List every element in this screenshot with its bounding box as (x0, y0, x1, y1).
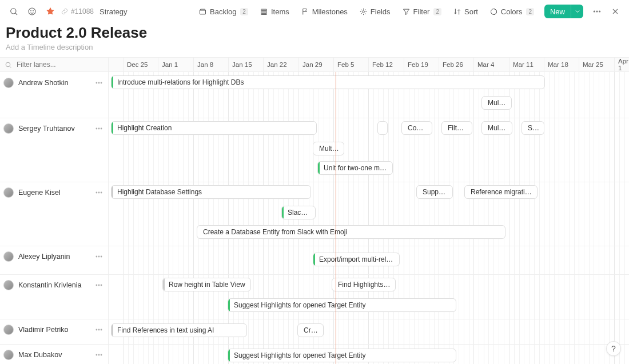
status-stripe (112, 186, 113, 198)
lane-filter[interactable] (0, 58, 109, 71)
backlog-count: 2 (240, 8, 248, 15)
date-label: Feb 19 (404, 58, 428, 71)
filter-button[interactable]: Filter 2 (397, 3, 446, 19)
backlog-button[interactable]: Backlog 2 (194, 3, 253, 19)
more-icon[interactable] (93, 186, 105, 199)
lane-header[interactable]: Alexey Liplyanin (0, 246, 109, 263)
bar-label: Multi-... (488, 99, 507, 107)
colors-button[interactable]: Colors 2 (485, 3, 539, 19)
top-toolbar: #11088 Strategy Backlog 2 Items Mileston… (0, 0, 629, 23)
timeline-header: Dec 25Jan 1Jan 8Jan 15Jan 22Jan 29Feb 5F… (0, 57, 629, 72)
date-label: Mar 11 (509, 58, 534, 71)
more-icon[interactable] (93, 77, 105, 89)
filter-count: 2 (433, 8, 441, 15)
status-stripe (163, 278, 165, 291)
bar-label: Row height in Table View (169, 281, 245, 289)
timeline-bar[interactable]: Slack in... (281, 206, 316, 219)
timeline-bar[interactable]: Multi-... (313, 142, 344, 155)
status-stripe (318, 162, 320, 174)
chart-column[interactable]: Introduce multi-relations for Highlight … (109, 72, 629, 364)
timeline-bar[interactable]: Su... (521, 121, 544, 135)
page-title[interactable]: Product 2.0 Release (6, 24, 623, 42)
lane-name: Konstantin Krivlenia (18, 281, 88, 289)
more-icon[interactable] (589, 3, 605, 19)
timeline-bar[interactable]: Suggest Highlights for opened Target Ent… (228, 298, 456, 312)
lane-header[interactable]: Max Dubakov (0, 344, 109, 361)
bar-label: Suggest Highlights for opened Target Ent… (234, 301, 366, 309)
timeline-bar[interactable]: Highlight Creation (111, 121, 317, 135)
items-button[interactable]: Items (255, 3, 294, 19)
timeline-bar[interactable]: Highlight Database Settings (111, 185, 311, 199)
date-label: Jan 1 (158, 58, 178, 71)
timeline-bar[interactable]: Find Highlights in ... (332, 278, 396, 291)
date-label: Feb 12 (368, 58, 393, 71)
star-icon[interactable] (42, 3, 58, 19)
status-stripe (112, 324, 113, 337)
svg-rect-7 (261, 13, 266, 14)
status-stripe (282, 206, 284, 219)
fields-button[interactable]: Fields (355, 3, 395, 19)
lane-name: Vladimir Petriko (18, 326, 88, 334)
svg-point-30 (98, 285, 99, 286)
timeline-bar[interactable]: Conte... (401, 121, 432, 135)
avatar (3, 251, 14, 262)
timeline-bar[interactable]: Suggest Highlights for opened Target Ent… (228, 349, 456, 362)
timeline-bar[interactable]: Multi-... (481, 96, 512, 110)
lane-header[interactable]: Eugene Kisel (0, 182, 109, 199)
svg-point-8 (362, 10, 364, 13)
lane-header[interactable]: Andrew Shotkin (0, 72, 109, 89)
milestones-button[interactable]: Milestones (296, 3, 352, 19)
more-icon[interactable] (93, 122, 105, 135)
timeline-bar[interactable]: Find References in text using AI (111, 323, 247, 337)
lane-header[interactable]: Konstantin Krivlenia (0, 274, 109, 291)
bar-label: Find Highlights in ... (338, 281, 391, 289)
svg-point-32 (96, 329, 97, 330)
timeline-bar[interactable]: Unit for two-one multi... (317, 161, 393, 175)
description-placeholder[interactable]: Add a Timeline description (6, 43, 623, 51)
timeline-bar[interactable]: Multi-... (481, 121, 512, 135)
timeline-bar[interactable]: Creat... (297, 323, 324, 337)
more-icon[interactable] (93, 279, 105, 291)
timeline-bar[interactable]: T (377, 121, 388, 135)
date-label: Jan 29 (298, 58, 323, 71)
avatar (3, 123, 14, 134)
timeline-bar[interactable]: Row height in Table View (162, 278, 251, 291)
date-label: Dec 25 (123, 58, 148, 71)
svg-point-21 (98, 128, 99, 129)
timeline-bar[interactable]: Introduce multi-relations for Highlight … (111, 75, 545, 89)
svg-line-16 (10, 66, 11, 67)
svg-point-36 (98, 354, 99, 355)
more-icon[interactable] (93, 250, 105, 263)
svg-point-34 (101, 329, 102, 330)
help-button[interactable]: ? (606, 341, 621, 356)
svg-point-22 (101, 128, 102, 129)
more-icon[interactable] (93, 323, 105, 336)
milestones-label: Milestones (312, 7, 348, 16)
chevron-down-icon[interactable] (571, 5, 583, 18)
svg-point-31 (101, 285, 102, 286)
bar-label: Create a Database Entity from Slack with… (203, 228, 347, 236)
svg-line-1 (15, 13, 17, 15)
lane-name: Eugene Kisel (18, 189, 88, 197)
svg-rect-5 (261, 9, 266, 11)
timeline-bar[interactable]: Filter ... (441, 121, 472, 135)
avatar (3, 350, 14, 360)
bar-label: Su... (528, 124, 539, 132)
sort-label: Sort (464, 7, 478, 16)
timeline-bar[interactable]: Support... (416, 185, 453, 199)
lane-filter-input[interactable] (15, 60, 95, 69)
sort-button[interactable]: Sort (448, 3, 483, 19)
timeline-bar[interactable]: Export/import multi-relati... (313, 253, 400, 266)
more-icon[interactable] (93, 349, 105, 361)
new-button[interactable]: New (544, 5, 583, 18)
close-icon[interactable] (607, 3, 623, 19)
board-name[interactable]: Strategy (99, 7, 127, 16)
emoji-icon[interactable] (24, 3, 40, 19)
lane-header[interactable]: Sergey Truhtanov (0, 118, 109, 135)
date-label: Jan 22 (263, 58, 287, 71)
search-icon[interactable] (6, 3, 22, 19)
lane-header[interactable]: Vladimir Petriko (0, 319, 109, 336)
entity-link[interactable]: #11088 (61, 7, 94, 15)
timeline-bar[interactable]: Reference migration... (464, 185, 538, 199)
timeline-bar[interactable]: Create a Database Entity from Slack with… (197, 225, 505, 239)
